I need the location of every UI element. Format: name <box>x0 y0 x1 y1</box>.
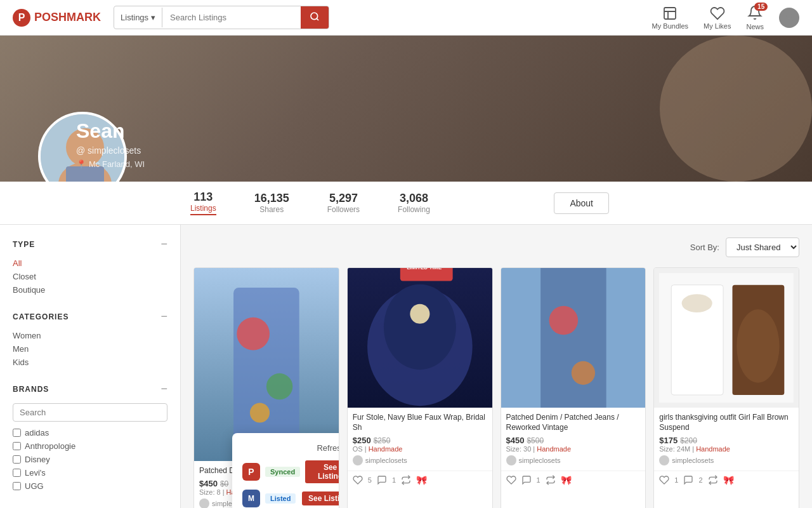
profile-banner: Sean @ simpleclosets 📍 Mc Farland, WI <box>0 36 812 182</box>
svg-text:LIMITED TIME: LIMITED TIME <box>407 268 442 271</box>
product-image-p3 <box>501 268 646 408</box>
logo[interactable]: P POSHMARK <box>13 9 101 27</box>
crosspost-button-p4[interactable]: 🎀 <box>723 475 734 485</box>
brand-anthropologie[interactable]: Anthropologie <box>13 441 167 451</box>
status-listed-badge: Listed <box>265 493 296 504</box>
nav-likes[interactable]: My Likes <box>704 6 731 30</box>
logo-text: POSHMARK <box>34 11 101 24</box>
sidebar: TYPE − All Closet Boutique CATEGORIES − … <box>0 225 181 508</box>
categories-collapse[interactable]: − <box>160 310 167 323</box>
comment-button-p4[interactable] <box>683 475 693 485</box>
product-info-p3: Patched Denim / Patched Jeans / Reworked… <box>501 408 646 471</box>
product-actions-p2: 5 1 🎀 <box>348 471 492 489</box>
product-image-p4 <box>654 268 799 408</box>
product-actions-p4: 1 2 🎀 <box>654 471 799 489</box>
svg-point-5 <box>660 36 812 182</box>
sort-select[interactable]: Just Shared Just In Low Price High Price <box>726 237 799 257</box>
brand-adidas[interactable]: adidas <box>13 428 167 438</box>
nav-news[interactable]: 15 News <box>746 5 764 30</box>
product-card-p2[interactable]: LIMITED TIME Fur Stole, Navy Blue Faux W… <box>347 267 493 508</box>
filter-men[interactable]: Men <box>13 344 167 354</box>
nav-bundles[interactable]: My Bundles <box>652 6 688 30</box>
search-button[interactable] <box>301 6 329 29</box>
comment-button-p3[interactable] <box>521 475 532 485</box>
see-listing-m-button[interactable]: See Listing <box>302 491 339 505</box>
nav-profile[interactable] <box>779 8 799 28</box>
crosspost-button-p2[interactable]: 🎀 <box>416 475 427 485</box>
share-icon <box>546 475 556 485</box>
product-card-p1[interactable]: Patched Denim / Patched Jeans $450$0 Siz… <box>193 267 339 508</box>
search-dropdown[interactable]: Listings ▾ <box>114 8 162 27</box>
filter-closet[interactable]: Closet <box>13 272 167 281</box>
product-info-p2: Fur Stole, Navy Blue Faux Wrap, Bridal S… <box>348 408 492 471</box>
main-layout: TYPE − All Closet Boutique CATEGORIES − … <box>0 225 812 508</box>
popup-refresh[interactable]: Refresh ↻ <box>242 443 339 453</box>
svg-line-1 <box>317 18 318 20</box>
type-collapse[interactable]: − <box>160 237 167 251</box>
platform-poshmark-icon: P <box>242 463 260 481</box>
svg-point-13 <box>266 373 292 399</box>
header: P POSHMARK Listings ▾ My Bundles My Like… <box>0 0 812 36</box>
stat-followers[interactable]: 5,297 Followers <box>327 192 360 214</box>
popup-row-m: M Listed See Listing <box>242 490 339 507</box>
product-card-p3[interactable]: Patched Denim / Patched Jeans / Reworked… <box>501 267 646 508</box>
crosspost-button-p3[interactable]: 🎀 <box>561 475 572 485</box>
svg-rect-2 <box>664 8 676 19</box>
seller-avatar-p4 <box>659 455 669 465</box>
brands-header: BRANDS − <box>13 382 167 396</box>
profile-stats: 113 Listings 16,135 Shares 5,297 Followe… <box>0 182 812 225</box>
svg-point-18 <box>410 304 429 324</box>
comment-icon <box>377 475 387 485</box>
share-icon <box>401 475 411 485</box>
heart-icon <box>506 475 516 485</box>
see-listing-pm-button[interactable]: See Listing <box>305 460 339 483</box>
profile-location: 📍 Mc Farland, WI <box>76 159 145 169</box>
filter-boutique[interactable]: Boutique <box>13 285 167 295</box>
popup-row-pm: P Synced See Listing <box>242 460 339 483</box>
share-button-p3[interactable] <box>546 475 556 485</box>
comment-button-p2[interactable] <box>377 475 387 485</box>
location-icon: 📍 <box>76 159 86 169</box>
search-input[interactable] <box>162 8 301 27</box>
share-button-p2[interactable] <box>401 475 411 485</box>
profile-name: Sean <box>76 119 145 143</box>
about-button[interactable]: About <box>554 192 609 214</box>
news-badge: 15 <box>754 3 768 11</box>
product-card-p4[interactable]: girls thanksgiving outfit Girl Fall Brow… <box>653 267 799 508</box>
brands-collapse[interactable]: − <box>160 382 167 396</box>
share-button-p4[interactable] <box>708 475 718 485</box>
heart-icon <box>659 475 669 485</box>
stat-listings[interactable]: 113 Listings <box>190 190 216 215</box>
categories-header: CATEGORIES − <box>13 310 167 323</box>
brand-disney[interactable]: Disney <box>13 455 167 464</box>
brand-levis[interactable]: Levi's <box>13 468 167 478</box>
share-popup: Refresh ↻ P Synced See Listing M Listed … <box>232 433 339 508</box>
like-button-p4[interactable] <box>659 475 669 485</box>
sort-bar: Sort By: Just Shared Just In Low Price H… <box>193 237 799 257</box>
product-actions-p3: 1 🎀 <box>501 471 646 489</box>
filter-all[interactable]: All <box>13 258 167 268</box>
search-icon <box>310 11 320 22</box>
product-info-p4: girls thanksgiving outfit Girl Fall Brow… <box>654 408 799 471</box>
search-bar: Listings ▾ <box>114 6 329 29</box>
svg-point-12 <box>237 318 270 351</box>
status-synced-badge: Synced <box>265 467 300 477</box>
sidebar-brands: BRANDS − adidas Anthropologie Disney Lev… <box>13 382 167 491</box>
emoji-icon: 🎀 <box>561 475 572 485</box>
brand-ugg[interactable]: UGG <box>13 481 167 491</box>
filter-women[interactable]: Women <box>13 331 167 340</box>
logo-icon: P <box>13 9 30 27</box>
header-nav: My Bundles My Likes 15 News <box>652 5 799 30</box>
svg-rect-11 <box>233 288 299 446</box>
filter-kids[interactable]: Kids <box>13 358 167 367</box>
stat-following[interactable]: 3,068 Following <box>398 192 430 214</box>
svg-point-3 <box>787 13 792 18</box>
stat-shares[interactable]: 16,135 Shares <box>254 192 289 214</box>
type-header: TYPE − <box>13 237 167 251</box>
brand-search-input[interactable] <box>13 403 167 422</box>
svg-point-28 <box>682 294 712 312</box>
bundles-icon <box>662 6 678 21</box>
sidebar-type: TYPE − All Closet Boutique <box>13 237 167 295</box>
like-button-p3[interactable] <box>506 475 516 485</box>
like-button-p2[interactable] <box>353 475 363 485</box>
